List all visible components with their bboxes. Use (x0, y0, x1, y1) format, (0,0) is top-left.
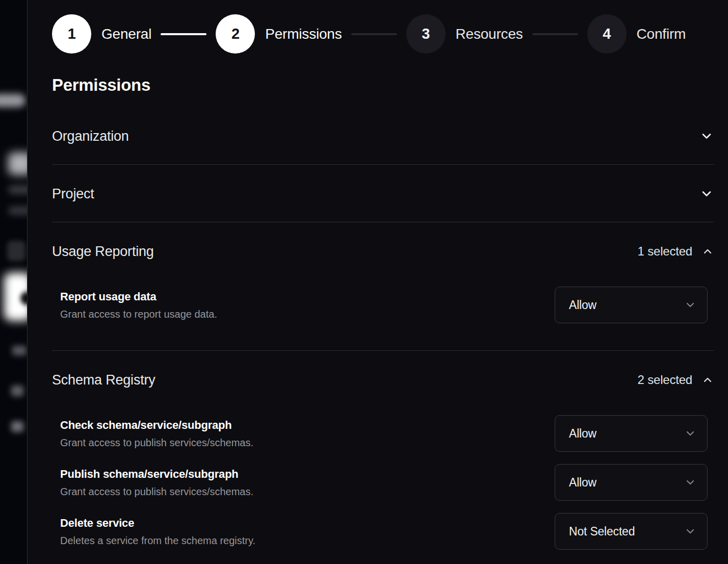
step-connector (532, 33, 578, 35)
chevron-down-icon (684, 299, 696, 311)
permission-description: Grant access to publish services/schemas… (60, 485, 253, 498)
step-connector (161, 33, 206, 35)
section-schema-registry: Schema Registry 2 selected Check schema/… (52, 351, 714, 564)
step-number-circle: 2 (216, 14, 255, 54)
select-value: Allow (569, 427, 596, 441)
blurred-sidebar-item (0, 94, 25, 107)
blurred-sidebar-item (11, 386, 23, 396)
screen: 1 General 2 Permissions 3 Resources 4 Co… (0, 0, 728, 564)
permission-name: Check schema/service/subgraph (60, 419, 253, 432)
page-title: Permissions (52, 75, 714, 95)
blurred-sidebar-item (8, 186, 28, 194)
step-general[interactable]: 1 General (52, 14, 151, 54)
permission-row-delete-service: Delete service Deletes a service from th… (60, 513, 708, 550)
blurred-sidebar-item (8, 152, 28, 175)
step-label: Confirm (637, 26, 686, 42)
section-title: Usage Reporting (52, 244, 154, 259)
section-organization: Organization (52, 107, 714, 165)
section-title: Organization (52, 129, 129, 144)
section-project: Project (52, 165, 714, 222)
wizard-panel: 1 General 2 Permissions 3 Resources 4 Co… (28, 0, 728, 564)
selected-count-badge: 2 selected (638, 373, 692, 387)
chevron-up-icon (701, 245, 714, 258)
wizard-stepper: 1 General 2 Permissions 3 Resources 4 Co… (52, 14, 714, 54)
permission-row-report-usage-data: Report usage data Grant access to report… (60, 287, 708, 323)
section-usage-reporting-header[interactable]: Usage Reporting 1 selected (52, 222, 714, 259)
step-confirm[interactable]: 4 Confirm (587, 14, 686, 54)
chevron-down-icon (684, 525, 696, 537)
step-number-circle: 1 (52, 14, 91, 54)
chevron-down-icon (684, 427, 696, 440)
chevron-down-icon (699, 187, 714, 201)
permission-description: Grant access to publish services/schemas… (60, 437, 253, 449)
section-title: Project (52, 186, 94, 201)
chevron-down-icon (684, 476, 696, 489)
step-label: Permissions (265, 26, 342, 42)
permission-select-report-usage-data[interactable]: Allow (555, 287, 708, 323)
step-permissions[interactable]: 2 Permissions (216, 14, 342, 54)
section-title: Schema Registry (52, 372, 155, 388)
blurred-sidebar-icon (7, 241, 25, 261)
section-schema-registry-header[interactable]: Schema Registry 2 selected (52, 351, 714, 388)
chevron-down-icon (699, 129, 714, 143)
permission-sections: Organization Project (52, 107, 714, 564)
step-number-circle: 4 (587, 14, 627, 54)
selected-count-badge: 1 selected (638, 244, 692, 259)
permission-select-delete-service[interactable]: Not Selected (555, 513, 708, 550)
permission-select-publish-schema[interactable]: Allow (555, 464, 708, 501)
permission-row-publish-schema: Publish schema/service/subgraph Grant ac… (60, 464, 708, 501)
step-label: Resources (456, 26, 523, 42)
permission-list: Report usage data Grant access to report… (52, 287, 714, 350)
chevron-up-icon (701, 374, 714, 386)
permission-list: Check schema/service/subgraph Grant acce… (52, 415, 714, 564)
permission-select-check-schema[interactable]: Allow (555, 415, 708, 452)
select-value: Not Selected (569, 525, 635, 539)
permission-row-check-schema: Check schema/service/subgraph Grant acce… (60, 415, 708, 452)
blurred-sidebar-item (8, 207, 28, 215)
blurred-sidebar-item (12, 346, 27, 355)
blurred-sidebar-item (11, 421, 23, 432)
step-label: General (101, 26, 151, 42)
section-project-header[interactable]: Project (52, 165, 714, 222)
permission-name: Publish schema/service/subgraph (60, 468, 253, 481)
permission-name: Delete service (60, 517, 255, 530)
section-usage-reporting: Usage Reporting 1 selected Report usage … (52, 222, 714, 351)
background-sidebar (0, 0, 28, 564)
section-organization-header[interactable]: Organization (52, 107, 714, 164)
permission-description: Grant access to report usage data. (60, 308, 217, 320)
select-value: Allow (569, 476, 596, 490)
select-value: Allow (569, 298, 596, 312)
step-connector (351, 33, 397, 35)
permission-name: Report usage data (60, 290, 217, 303)
step-resources[interactable]: 3 Resources (406, 14, 523, 54)
step-number-circle: 3 (406, 14, 446, 54)
permission-description: Deletes a service from the schema regist… (60, 534, 255, 547)
